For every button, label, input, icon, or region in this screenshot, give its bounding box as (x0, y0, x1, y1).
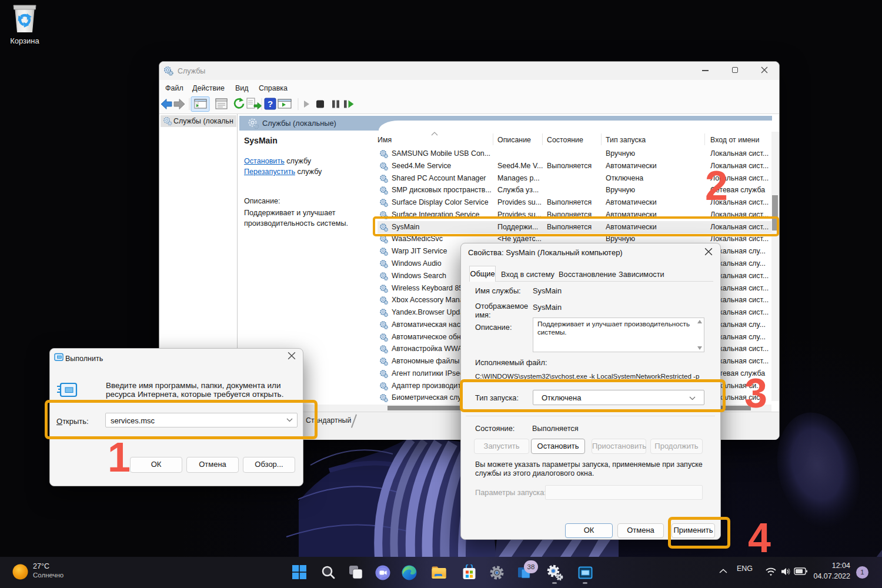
svg-text:?: ? (268, 99, 273, 109)
